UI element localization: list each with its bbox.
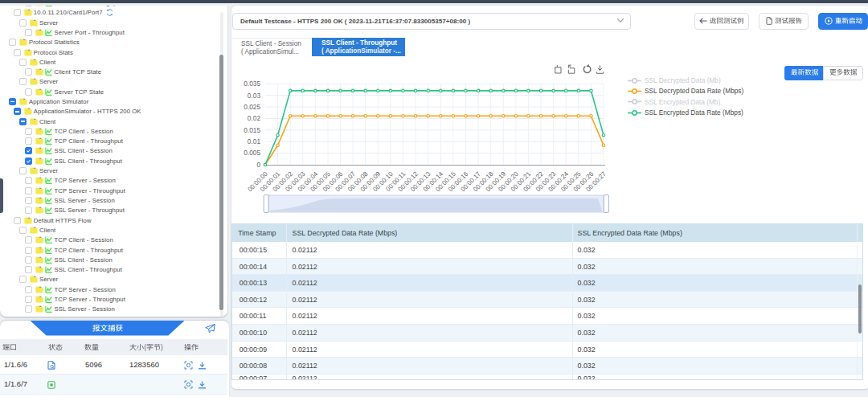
svg-text:0.035: 0.035	[244, 80, 260, 88]
svg-text:0.015: 0.015	[244, 126, 260, 134]
svg-text:0.005: 0.005	[244, 149, 260, 157]
svg-text:0: 0	[256, 161, 260, 169]
svg-text:0.03: 0.03	[248, 92, 261, 100]
svg-text:0.025: 0.025	[244, 103, 260, 111]
svg-text:0.01: 0.01	[248, 137, 261, 145]
svg-text:0.02: 0.02	[248, 114, 261, 122]
